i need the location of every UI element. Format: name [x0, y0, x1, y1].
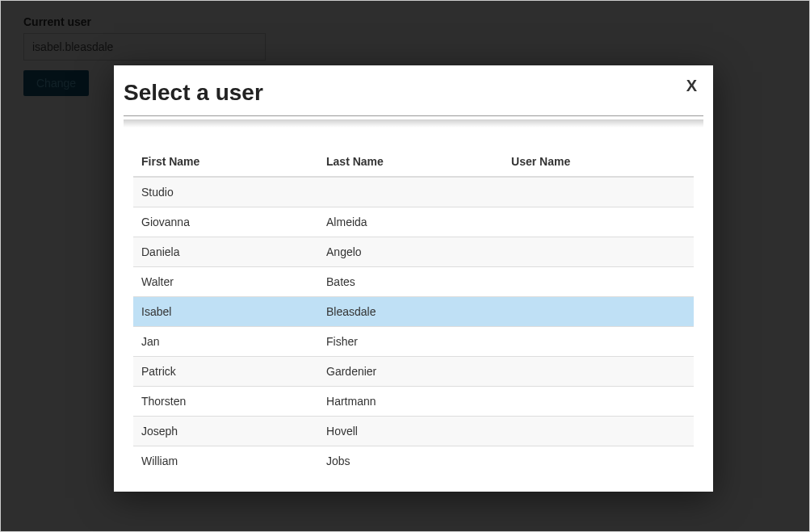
- cell-user-name: [503, 327, 694, 357]
- select-user-modal: Select a user X First Name Last Name Use…: [114, 65, 713, 492]
- cell-first-name: Giovanna: [133, 207, 318, 237]
- cell-last-name: Almeida: [318, 207, 503, 237]
- cell-last-name: Hovell: [318, 417, 503, 446]
- close-icon[interactable]: X: [686, 77, 697, 95]
- cell-first-name: Joseph: [133, 417, 318, 446]
- cell-last-name: Angelo: [318, 237, 503, 267]
- cell-last-name: Fisher: [318, 327, 503, 357]
- table-row[interactable]: ThorstenHartmann: [133, 387, 694, 417]
- cell-user-name: [503, 237, 694, 267]
- cell-user-name: [503, 297, 694, 327]
- col-first-name[interactable]: First Name: [133, 147, 318, 177]
- cell-user-name: [503, 357, 694, 387]
- modal-shadow: [124, 119, 703, 128]
- user-table-body: StudioGiovannaAlmeidaDanielaAngeloWalter…: [133, 177, 694, 475]
- table-row[interactable]: DanielaAngelo: [133, 237, 694, 267]
- cell-user-name: [503, 177, 694, 207]
- cell-user-name: [503, 417, 694, 446]
- table-header-row: First Name Last Name User Name: [133, 147, 694, 177]
- table-row[interactable]: JosephHovell: [133, 417, 694, 446]
- table-row[interactable]: Studio: [133, 177, 694, 207]
- modal-body: First Name Last Name User Name StudioGio…: [114, 128, 713, 492]
- table-row[interactable]: WilliamJobs: [133, 446, 694, 476]
- table-row[interactable]: JanFisher: [133, 327, 694, 357]
- cell-first-name: Jan: [133, 327, 318, 357]
- cell-user-name: [503, 387, 694, 417]
- cell-last-name: Gardenier: [318, 357, 503, 387]
- modal-title: Select a user: [124, 80, 690, 106]
- user-table: First Name Last Name User Name StudioGio…: [133, 147, 694, 475]
- cell-first-name: Thorsten: [133, 387, 318, 417]
- table-row[interactable]: PatrickGardenier: [133, 357, 694, 387]
- cell-last-name: [318, 177, 503, 207]
- table-row[interactable]: WalterBates: [133, 267, 694, 297]
- cell-first-name: Studio: [133, 177, 318, 207]
- cell-first-name: Walter: [133, 267, 318, 297]
- table-row[interactable]: GiovannaAlmeida: [133, 207, 694, 237]
- col-last-name[interactable]: Last Name: [318, 147, 503, 177]
- cell-user-name: [503, 446, 694, 476]
- cell-last-name: Bates: [318, 267, 503, 297]
- table-row[interactable]: IsabelBleasdale: [133, 297, 694, 327]
- modal-header: Select a user X: [114, 65, 713, 115]
- cell-first-name: Isabel: [133, 297, 318, 327]
- cell-first-name: William: [133, 446, 318, 476]
- cell-last-name: Hartmann: [318, 387, 503, 417]
- cell-last-name: Bleasdale: [318, 297, 503, 327]
- cell-last-name: Jobs: [318, 446, 503, 476]
- cell-user-name: [503, 207, 694, 237]
- cell-first-name: Patrick: [133, 357, 318, 387]
- page-container: Current user Change Select a user X Firs…: [0, 0, 810, 532]
- cell-user-name: [503, 267, 694, 297]
- cell-first-name: Daniela: [133, 237, 318, 267]
- col-user-name[interactable]: User Name: [503, 147, 694, 177]
- modal-divider: [124, 115, 703, 116]
